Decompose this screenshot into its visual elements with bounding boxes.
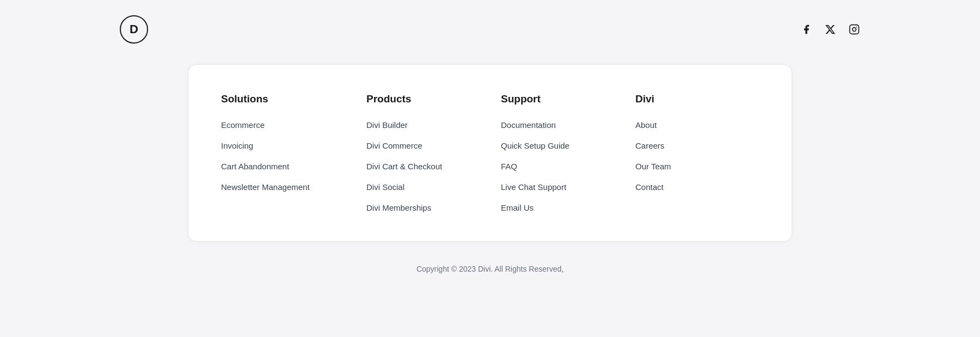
- link-divi-commerce[interactable]: Divi Commerce: [366, 141, 422, 150]
- link-quick-setup-guide[interactable]: Quick Setup Guide: [501, 141, 569, 150]
- link-cart-abandonment[interactable]: Cart Abandonment: [221, 162, 289, 171]
- main-card: SolutionsEcommerceInvoicingCart Abandonm…: [188, 64, 792, 242]
- logo-letter: D: [130, 22, 138, 36]
- list-item: Documentation: [501, 120, 614, 130]
- list-item: Divi Memberships: [366, 203, 479, 213]
- columns-container: SolutionsEcommerceInvoicingCart Abandonm…: [221, 93, 759, 213]
- link-divi-memberships[interactable]: Divi Memberships: [366, 203, 431, 212]
- column-list-0: EcommerceInvoicingCart AbandonmentNewsle…: [221, 120, 345, 192]
- list-item: Ecommerce: [221, 120, 345, 130]
- list-item: FAQ: [501, 162, 614, 171]
- link-careers[interactable]: Careers: [635, 141, 664, 150]
- twitter-x-icon[interactable]: [824, 23, 836, 35]
- logo-circle: D: [120, 15, 148, 44]
- list-item: Invoicing: [221, 141, 345, 151]
- list-item: Divi Social: [366, 182, 479, 192]
- header: D: [0, 0, 980, 59]
- logo[interactable]: D: [120, 15, 148, 44]
- list-item: Cart Abandonment: [221, 162, 345, 171]
- link-invoicing[interactable]: Invoicing: [221, 141, 253, 150]
- list-item: Our Team: [635, 162, 748, 171]
- link-divi-cart-&-checkout[interactable]: Divi Cart & Checkout: [366, 162, 442, 171]
- svg-rect-0: [850, 25, 859, 34]
- list-item: Email Us: [501, 203, 614, 213]
- link-about[interactable]: About: [635, 120, 657, 130]
- list-item: Newsletter Management: [221, 182, 345, 192]
- instagram-icon[interactable]: [848, 23, 860, 35]
- column-support: SupportDocumentationQuick Setup GuideFAQ…: [490, 93, 624, 213]
- list-item: Divi Commerce: [366, 141, 479, 151]
- copyright-text: Copyright © 2023 Divi. All Rights Reserv…: [416, 265, 564, 273]
- social-icons-container: [800, 23, 860, 35]
- list-item: Divi Cart & Checkout: [366, 162, 479, 171]
- link-live-chat-support[interactable]: Live Chat Support: [501, 182, 566, 192]
- link-divi-builder[interactable]: Divi Builder: [366, 120, 408, 130]
- list-item: Live Chat Support: [501, 182, 614, 192]
- link-newsletter-management[interactable]: Newsletter Management: [221, 182, 310, 192]
- link-our-team[interactable]: Our Team: [635, 162, 671, 171]
- column-divi: DiviAboutCareersOur TeamContact: [624, 93, 759, 213]
- list-item: About: [635, 120, 748, 130]
- column-list-3: AboutCareersOur TeamContact: [635, 120, 748, 192]
- list-item: Careers: [635, 141, 748, 151]
- link-divi-social[interactable]: Divi Social: [366, 182, 405, 192]
- facebook-icon[interactable]: [800, 23, 812, 35]
- list-item: Contact: [635, 182, 748, 192]
- column-heading-0: Solutions: [221, 93, 345, 105]
- link-email-us[interactable]: Email Us: [501, 203, 534, 212]
- column-heading-1: Products: [366, 93, 479, 105]
- column-solutions: SolutionsEcommerceInvoicingCart Abandonm…: [221, 93, 356, 213]
- svg-point-2: [856, 27, 857, 28]
- column-list-1: Divi BuilderDivi CommerceDivi Cart & Che…: [366, 120, 479, 213]
- list-item: Quick Setup Guide: [501, 141, 614, 151]
- column-list-2: DocumentationQuick Setup GuideFAQLive Ch…: [501, 120, 614, 213]
- link-contact[interactable]: Contact: [635, 182, 664, 192]
- svg-point-1: [853, 28, 856, 32]
- list-item: Divi Builder: [366, 120, 479, 130]
- column-heading-2: Support: [501, 93, 614, 105]
- column-heading-3: Divi: [635, 93, 748, 105]
- link-ecommerce[interactable]: Ecommerce: [221, 120, 265, 130]
- link-documentation[interactable]: Documentation: [501, 120, 556, 130]
- column-products: ProductsDivi BuilderDivi CommerceDivi Ca…: [356, 93, 490, 213]
- link-faq[interactable]: FAQ: [501, 162, 517, 171]
